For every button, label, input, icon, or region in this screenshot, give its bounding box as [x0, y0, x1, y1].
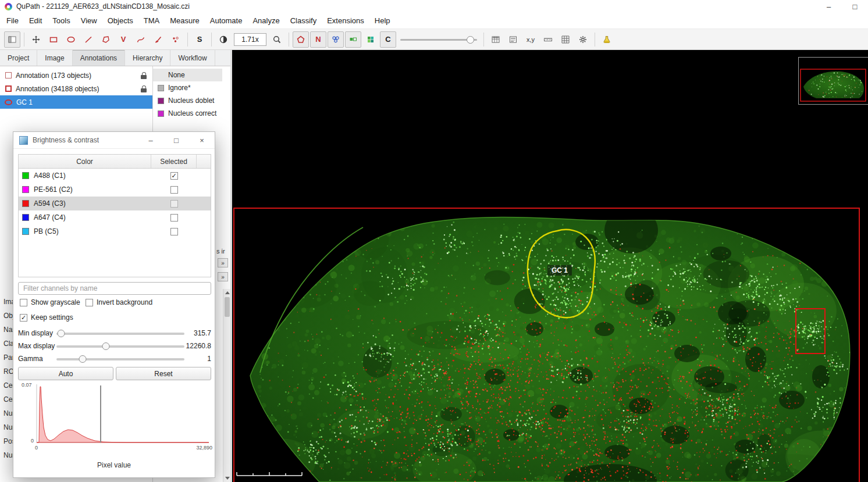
gamma-slider[interactable] — [56, 358, 184, 360]
brush-tool-button[interactable] — [150, 31, 166, 48]
menu-file[interactable]: File — [1, 16, 24, 25]
magnification-field[interactable]: 1.71x — [234, 33, 266, 46]
slider-thumb[interactable] — [79, 355, 87, 363]
scroll-down-icon[interactable] — [225, 477, 230, 480]
menu-view[interactable]: View — [76, 16, 102, 25]
show-location-button[interactable]: x,y — [522, 31, 539, 48]
checkbox[interactable]: ✓ — [20, 314, 27, 322]
zoom-to-fit-button[interactable] — [269, 31, 285, 48]
lock-icon[interactable] — [141, 85, 147, 92]
maximize-button[interactable]: □ — [842, 0, 868, 13]
line-icon — [84, 35, 93, 44]
menu-help[interactable]: Help — [369, 16, 396, 25]
slider-thumb[interactable] — [58, 330, 65, 337]
tab-project[interactable]: Project — [0, 50, 37, 66]
annotation-list-item[interactable]: Annotation (34188 objects) — [0, 82, 152, 95]
gamma-slider-row: Gamma 1 — [18, 353, 211, 365]
channel-row[interactable]: PE-561 (C2) — [19, 183, 211, 197]
polygon-tool-button[interactable] — [98, 31, 114, 48]
keep-settings-checkbox[interactable]: ✓ Keep settings — [20, 313, 73, 322]
tab-image[interactable]: Image — [37, 50, 72, 66]
channel-checkbox[interactable] — [170, 200, 178, 208]
filter-channels-input[interactable] — [18, 282, 211, 295]
show-detections-button[interactable] — [328, 31, 344, 48]
toggle-analysis-pane-button[interactable] — [4, 31, 20, 48]
dialog-title-bar[interactable]: Brightness & contrast – □ × — [13, 132, 215, 149]
invert-background-checkbox[interactable]: Invert background — [86, 298, 152, 306]
channel-checkbox[interactable] — [170, 228, 178, 235]
show-overlay-button[interactable]: C — [380, 31, 396, 48]
lock-icon[interactable] — [141, 72, 147, 79]
max-display-slider[interactable] — [56, 345, 184, 348]
points-tool-button[interactable] — [168, 31, 184, 48]
menu-measure[interactable]: Measure — [165, 16, 205, 25]
show-scalebar-button[interactable] — [540, 31, 556, 48]
class-item-ignore[interactable]: Ignore* — [153, 81, 222, 94]
menu-tma[interactable]: TMA — [138, 16, 165, 25]
selection-mode-button[interactable]: S — [191, 31, 208, 48]
min-display-slider[interactable] — [56, 333, 184, 335]
tab-annotations[interactable]: Annotations — [73, 50, 125, 66]
class-item-none[interactable]: None — [153, 69, 222, 81]
ruler-icon — [543, 35, 553, 44]
rectangle-tool-button[interactable] — [45, 31, 62, 48]
expand-pane-button[interactable]: » — [218, 258, 228, 267]
show-names-button[interactable]: N — [310, 31, 326, 48]
channel-row-selected[interactable]: A594 (C3) — [19, 197, 211, 210]
show-grayscale-checkbox[interactable]: Show grayscale — [20, 298, 80, 306]
scrollbar-thumb[interactable] — [225, 297, 230, 317]
dialog-close-button[interactable]: × — [189, 132, 215, 148]
auto-button[interactable]: Auto — [18, 367, 113, 380]
menu-classify[interactable]: Classify — [285, 16, 322, 25]
annotation-list-item[interactable]: Annotation (173 objects) — [0, 69, 152, 82]
fill-detections-button[interactable] — [345, 31, 361, 48]
line-tool-button[interactable] — [80, 31, 97, 48]
channel-checkbox[interactable] — [170, 214, 178, 222]
tab-hierarchy[interactable]: Hierarchy — [125, 50, 170, 66]
tab-workflow[interactable]: Workflow — [170, 50, 215, 66]
menu-analyze[interactable]: Analyze — [247, 16, 284, 25]
reset-button[interactable]: Reset — [116, 367, 211, 380]
polyline-tool-button[interactable] — [133, 31, 149, 48]
annotation-list-item-selected[interactable]: GC 1 — [0, 95, 152, 109]
checkbox[interactable] — [20, 299, 27, 306]
panel-scrollbar[interactable] — [223, 289, 230, 482]
channel-row[interactable]: PB (C5) — [19, 224, 211, 238]
preferences-button[interactable] — [575, 31, 591, 48]
scroll-up-icon[interactable] — [225, 291, 230, 294]
column-header-selected[interactable]: Selected — [151, 155, 197, 168]
show-classification-button[interactable] — [362, 31, 379, 48]
show-grid-button[interactable] — [557, 31, 574, 48]
menu-automate[interactable]: Automate — [205, 16, 248, 25]
menu-objects[interactable]: Objects — [102, 16, 138, 25]
measurement-table-button[interactable] — [488, 31, 504, 48]
image-viewer[interactable]: GC 1 — [232, 50, 868, 482]
brightness-contrast-button[interactable] — [215, 31, 232, 48]
opacity-slider-track[interactable] — [400, 39, 477, 41]
checkbox[interactable] — [86, 299, 93, 306]
overview-thumbnail[interactable] — [798, 57, 868, 105]
dialog-minimize-button[interactable]: – — [138, 132, 163, 148]
expand-pane-button[interactable]: » — [218, 272, 228, 281]
move-tool-button[interactable] — [28, 31, 44, 48]
minimize-button[interactable]: – — [816, 0, 842, 13]
class-item-nucleus-correct[interactable]: Nucleus correct — [153, 107, 222, 120]
measurement-map-button[interactable] — [505, 31, 521, 48]
column-header-color[interactable]: Color — [19, 155, 151, 168]
channel-row[interactable]: A647 (C4) — [19, 210, 211, 224]
menu-tools[interactable]: Tools — [47, 16, 75, 25]
dialog-maximize-button[interactable]: □ — [163, 132, 189, 148]
wand-tool-button[interactable]: V — [115, 31, 131, 48]
menu-edit[interactable]: Edit — [24, 16, 47, 25]
opacity-slider[interactable] — [400, 32, 477, 47]
show-annotations-button[interactable] — [293, 31, 309, 48]
channel-checkbox[interactable] — [170, 186, 178, 194]
ellipse-tool-button[interactable] — [63, 31, 79, 48]
channel-checkbox[interactable]: ✓ — [170, 172, 178, 180]
channel-row[interactable]: A488 (C1) ✓ — [19, 169, 211, 183]
opacity-slider-thumb[interactable] — [467, 36, 474, 44]
slider-thumb[interactable] — [102, 342, 110, 350]
class-item-nucleus-doblet[interactable]: Nucleus doblet — [153, 94, 222, 107]
memory-monitor-button[interactable] — [599, 31, 615, 48]
menu-extensions[interactable]: Extensions — [322, 16, 369, 25]
